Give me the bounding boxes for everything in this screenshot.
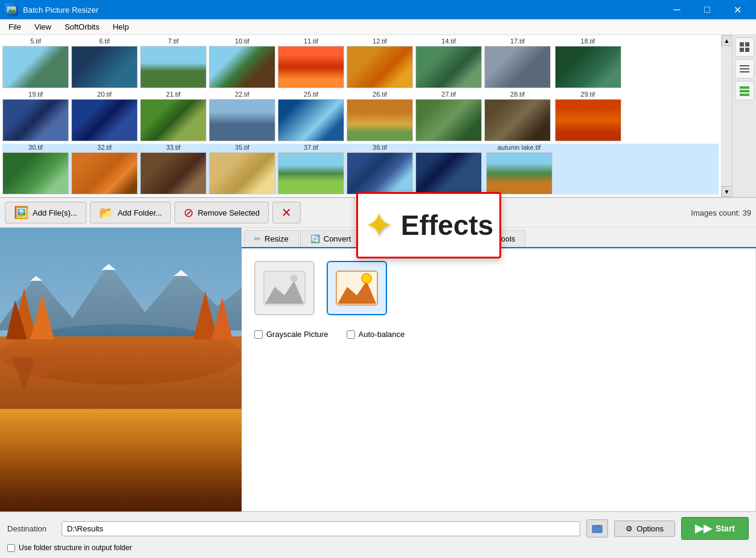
list-item[interactable]: 21.tif (140, 91, 207, 141)
list-item[interactable]: 19.tif (2, 91, 69, 141)
titlebar-controls: ─ □ ✕ (663, 0, 751, 19)
start-label: Start (716, 524, 735, 533)
menu-file[interactable]: File (2, 21, 27, 33)
list-item[interactable]: 26.tif (347, 91, 413, 141)
scroll-track[interactable] (722, 46, 732, 186)
list-item[interactable]: 38.tif (347, 144, 413, 194)
svg-rect-6 (745, 48, 749, 52)
menu-help[interactable]: Help (107, 21, 135, 33)
list-item[interactable]: 6.tif (71, 37, 138, 88)
add-folder-button[interactable]: 📂 Add Folder... (90, 202, 171, 223)
destination-label: Destination (7, 524, 56, 533)
auto-balance-checkbox[interactable] (347, 330, 355, 339)
resize-tab-icon: ✏ (254, 234, 261, 243)
clear-icon: ✕ (281, 205, 292, 220)
menu-softorbits[interactable]: SoftOrbits (59, 21, 106, 33)
list-item[interactable]: 7.tif (140, 37, 207, 88)
scroll-down-arrow[interactable]: ▼ (722, 186, 732, 197)
add-files-label: Add File(s)... (33, 208, 77, 217)
svg-point-2 (12, 7, 14, 10)
add-folder-label: Add Folder... (118, 208, 162, 217)
list-item[interactable]: 27.tif (415, 91, 482, 141)
image-row: 19.tif 20.tif 21.tif 22.tif 25.tif (2, 91, 719, 141)
svg-point-29 (290, 275, 298, 282)
list-view-button[interactable] (735, 59, 754, 79)
start-button[interactable]: ▶▶ Start (681, 517, 749, 540)
list-item[interactable]: 11.tif (278, 37, 344, 88)
list-item[interactable]: 29.tif (553, 91, 623, 141)
image-browser: 5.tif 6.tif 7.tif 10.tif 11.tif (0, 35, 756, 198)
convert-tab-label: Convert (324, 234, 351, 243)
maximize-button[interactable]: □ (693, 0, 721, 19)
grayscale-effect-button[interactable] (254, 261, 315, 315)
add-files-button[interactable]: 🖼️ Add File(s)... (5, 202, 86, 223)
svg-rect-3 (740, 42, 744, 46)
main-container: 5.tif 6.tif 7.tif 10.tif 11.tif (0, 35, 756, 557)
color-effect-button[interactable] (327, 261, 387, 315)
options-gear-icon: ⚙ (626, 524, 633, 533)
list-item[interactable]: 25.tif (278, 91, 344, 141)
convert-tab-icon: 🔄 (310, 234, 320, 243)
right-panel (732, 35, 756, 197)
svg-rect-4 (745, 42, 749, 46)
svg-point-33 (362, 274, 371, 283)
remove-icon: ⊘ (184, 205, 194, 220)
auto-balance-label: Auto-balance (359, 330, 405, 339)
svg-rect-8 (740, 68, 749, 69)
options-label: Options (636, 524, 664, 533)
folder-structure-row: Use folder structure in output folder (7, 544, 749, 552)
tab-resize[interactable]: ✏ Resize (244, 230, 299, 247)
list-item[interactable]: 37.tif (278, 144, 344, 194)
grayscale-checkbox-item[interactable]: Grayscale Picture (254, 330, 328, 339)
svg-rect-16 (0, 336, 242, 409)
tab-area: ✏ Resize 🔄 Convert ↺ Rotate ✦ Effects ⚙ (242, 228, 756, 512)
browser-scrollbar[interactable]: ▲ ▼ (721, 35, 732, 197)
close-button[interactable]: ✕ (723, 0, 751, 19)
list-item[interactable]: 18.tif (553, 37, 623, 88)
list-item[interactable]: autumn lake.tif (484, 144, 554, 194)
scroll-up-arrow[interactable]: ▲ (722, 35, 732, 46)
list-item[interactable]: 12.tif (347, 37, 413, 88)
list-item[interactable]: 33.tif (140, 144, 207, 194)
image-grid: 5.tif 6.tif 7.tif 10.tif 11.tif (0, 35, 721, 197)
options-button[interactable]: ⚙ Options (614, 521, 675, 537)
grayscale-label: Grayscale Picture (266, 330, 328, 339)
minimize-button[interactable]: ─ (663, 0, 691, 19)
list-item[interactable]: 22.tif (209, 91, 275, 141)
toolbar: 🖼️ Add File(s)... 📂 Add Folder... ⊘ Remo… (0, 198, 756, 228)
effects-star-icon: ✦ (364, 205, 394, 246)
list-item[interactable]: 17.tif (484, 37, 551, 88)
grayscale-checkbox[interactable] (254, 330, 263, 339)
add-folder-icon: 📂 (99, 205, 114, 220)
preview-panel (0, 228, 242, 512)
list-item[interactable]: 35.tif (209, 144, 275, 194)
remove-selected-button[interactable]: ⊘ Remove Selected (175, 202, 269, 223)
menu-view[interactable]: View (28, 21, 57, 33)
clear-button[interactable]: ✕ (272, 202, 301, 223)
preview-image (0, 228, 242, 512)
list-item[interactable]: 28.tif (484, 91, 551, 141)
effects-popup-label: Effects (401, 209, 493, 242)
list-item[interactable] (415, 144, 482, 194)
browse-button[interactable] (586, 519, 608, 537)
destination-input[interactable] (62, 521, 580, 536)
bottom-bar: Destination ⚙ Options ▶▶ Start Use folde… (0, 512, 756, 557)
auto-balance-checkbox-item[interactable]: Auto-balance (347, 330, 405, 339)
list-item[interactable]: 5.tif (2, 37, 69, 88)
grid-view-button[interactable] (735, 37, 754, 57)
list-item[interactable]: 32.tif (71, 144, 138, 194)
remove-selected-label: Remove Selected (197, 208, 260, 217)
detail-view-button[interactable] (735, 81, 754, 100)
folder-structure-checkbox[interactable] (7, 544, 15, 552)
svg-rect-12 (740, 94, 749, 96)
image-row: 5.tif 6.tif 7.tif 10.tif 11.tif (2, 37, 719, 88)
svg-rect-7 (740, 65, 749, 66)
list-item[interactable]: 14.tif (415, 37, 482, 88)
list-item[interactable]: 20.tif (71, 91, 138, 141)
svg-rect-5 (740, 48, 744, 52)
svg-rect-10 (740, 86, 749, 89)
list-item[interactable]: 10.tif (209, 37, 275, 88)
app-title: Batch Picture Resizer (23, 5, 98, 14)
list-item[interactable]: 30.tif (2, 144, 69, 194)
tab-convert[interactable]: 🔄 Convert (300, 230, 362, 247)
